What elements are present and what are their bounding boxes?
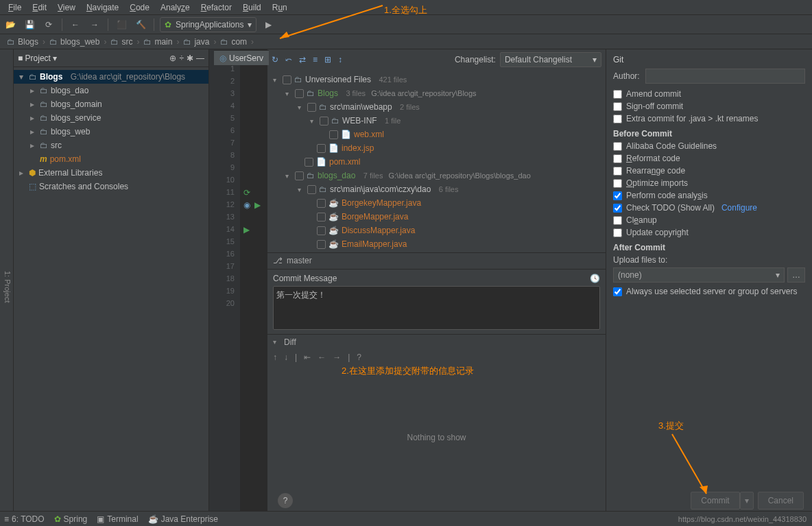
cancel-button[interactable]: Cancel	[758, 492, 804, 510]
tab-javaee[interactable]: ☕ Java Enterprise	[148, 514, 218, 524]
analysis-checkbox[interactable]: Perform code analysis	[613, 191, 805, 200]
menu-build[interactable]: Build	[237, 3, 267, 12]
menu-code[interactable]: Code	[124, 3, 155, 12]
ft-dao0[interactable]: ☕BorgekeyMapper.java	[267, 196, 606, 210]
crumb-main[interactable]: 🗀main	[141, 37, 175, 47]
menu-edit[interactable]: Edit	[27, 3, 52, 12]
collapse-icon[interactable]: ÷	[179, 53, 184, 63]
menu-analyze[interactable]: Analyze	[155, 3, 195, 12]
rearrange-checkbox[interactable]: Rearrange code	[613, 166, 805, 176]
run-config-select[interactable]: ✿ SpringApplications ▾	[160, 17, 256, 32]
cleanup-checkbox[interactable]: Cleanup	[613, 215, 805, 225]
signoff-checkbox[interactable]: Sign-off commit	[613, 101, 805, 111]
ft-dao-pkg[interactable]: ▾🗀src\main\java\com\czxy\dao 6 files	[267, 182, 606, 196]
ft-pom1[interactable]: 📄pom.xml	[267, 155, 606, 169]
ft-dao1[interactable]: ☕BorgeMapper.java	[267, 210, 606, 224]
refresh-icon[interactable]: ⟳	[41, 17, 56, 32]
tab-todo[interactable]: ≡ 6: TODO	[4, 514, 45, 524]
crumb-java[interactable]: 🗀java	[180, 37, 212, 47]
tab-structure[interactable]: Z: Structure	[0, 262, 2, 312]
hammer-icon[interactable]: 🔨	[133, 17, 148, 32]
amend-checkbox[interactable]: Amend commit	[613, 89, 805, 99]
menu-refactor[interactable]: Refactor	[195, 3, 237, 12]
gear-icon[interactable]: ✱	[187, 53, 193, 63]
commit-message-input[interactable]: 第一次提交！	[273, 286, 600, 330]
todo-checkbox[interactable]: Check TODO (Show All)Configure	[613, 203, 805, 213]
author-input[interactable]	[645, 69, 805, 84]
back-icon[interactable]: ←	[318, 352, 326, 362]
tree-pom[interactable]: mpom.xml	[14, 152, 208, 166]
hide-icon[interactable]: —	[196, 53, 204, 63]
diff-label[interactable]: Diff	[284, 337, 296, 347]
crumb-blogs-web[interactable]: 🗀blogs_web	[47, 37, 102, 47]
crumb-com[interactable]: 🗀com	[217, 37, 250, 47]
ft-blogs[interactable]: ▾🗀Blogs 3 filesG:\idea arc\git_repositor…	[267, 86, 606, 100]
tab-spring[interactable]: ✿ Spring	[54, 514, 88, 524]
run-gutter-icon-3[interactable]: ▶	[243, 225, 250, 235]
tree-scratches[interactable]: ⬚Scratches and Consoles	[14, 180, 208, 193]
changelist-label: Changelist:	[455, 55, 496, 64]
copyright-checkbox[interactable]: Update copyright	[613, 228, 805, 237]
down-icon[interactable]: ↓	[284, 352, 288, 362]
save-icon[interactable]: 💾	[22, 17, 37, 32]
build-icon[interactable]: ⬛	[114, 17, 129, 32]
ft-webxml[interactable]: 📄web.xml	[267, 128, 606, 141]
history-icon[interactable]: 🕓	[590, 274, 600, 283]
tab-project-vertical[interactable]: 1: Project	[2, 265, 13, 308]
expand-icon[interactable]: ↕	[338, 55, 342, 64]
ft-webapp[interactable]: ▾🗀src\main\webapp 2 files	[267, 100, 606, 114]
up-icon[interactable]: ↑	[273, 352, 277, 362]
ft-unversioned[interactable]: ▾🗀Unversioned Files 421 files	[267, 73, 606, 86]
run-icon[interactable]: ▶	[261, 17, 276, 32]
optimize-checkbox[interactable]: Optimize imports	[613, 178, 805, 188]
menu-file[interactable]: FFileile	[3, 3, 27, 12]
diff-icon[interactable]: ⇄	[299, 55, 306, 64]
tab-terminal[interactable]: ▣ Terminal	[97, 514, 138, 524]
changelist-icon[interactable]: ≡	[313, 55, 318, 64]
fwd-icon[interactable]: →	[333, 352, 341, 362]
group-icon[interactable]: ⊞	[324, 55, 331, 64]
tree-blogs-domain[interactable]: ▸🗀blogs_domain	[14, 97, 208, 111]
left-tool-tabs: 1: Project Z: Structure 2: Favorites Web	[0, 49, 14, 511]
help-icon[interactable]: ?	[357, 352, 361, 362]
tree-external[interactable]: ▸⬢External Libraries	[14, 166, 208, 180]
ft-indexjsp[interactable]: 📄index.jsp	[267, 141, 606, 155]
extra-checkbox[interactable]: Extra commit for .java > .kt renames	[613, 114, 805, 123]
upload-more-button[interactable]: …	[787, 267, 805, 283]
menu-run[interactable]: Run	[267, 3, 293, 12]
menu-view[interactable]: View	[52, 3, 81, 12]
tree-blogs-service[interactable]: ▸🗀blogs_service	[14, 111, 208, 125]
crumb-src[interactable]: 🗀src	[108, 37, 135, 47]
changelist-select[interactable]: Default Changelist▾	[500, 52, 601, 67]
ft-blogs-dao[interactable]: ▾🗀blogs_dao 7 filesG:\idea arc\git_repos…	[267, 169, 606, 182]
run-gutter-icon[interactable]: ⟳	[243, 188, 250, 198]
menu-navigate[interactable]: Navigate	[81, 3, 124, 12]
target-icon[interactable]: ⊕	[169, 53, 176, 63]
tree-blogs-dao[interactable]: ▸🗀blogs_dao	[14, 84, 208, 97]
always-checkbox[interactable]: Always use selected server or group of s…	[613, 287, 805, 296]
run-gutter-icon-2[interactable]: ▶	[254, 200, 261, 210]
tree-root[interactable]: ▾🗀Blogs G:\idea arc\git_repository\Blogs	[14, 70, 208, 84]
tree-src[interactable]: ▸🗀src	[14, 139, 208, 152]
ft-dao3[interactable]: ☕EmailMapper.java	[267, 237, 606, 251]
prev-icon[interactable]: ⇤	[304, 352, 311, 362]
configure-link[interactable]: Configure	[721, 203, 757, 213]
commit-button[interactable]: Commit	[691, 492, 739, 510]
editor-tab[interactable]: ◎UserServ	[214, 50, 269, 65]
alibaba-checkbox[interactable]: Alibaba Code Guidelines	[613, 141, 805, 151]
bean-gutter-icon[interactable]: ◉	[243, 200, 250, 210]
upload-select[interactable]: (none)▾	[613, 267, 785, 283]
ft-webinf[interactable]: ▾🗀WEB-INF 1 file	[267, 114, 606, 128]
ft-dao2[interactable]: ☕DiscussMapper.java	[267, 224, 606, 237]
revert-icon[interactable]: ⤺	[285, 55, 292, 64]
forward-icon[interactable]: →	[87, 17, 102, 32]
crumb-blogs[interactable]: 🗀Blogs	[4, 37, 41, 47]
reformat-checkbox[interactable]: Reformat code	[613, 154, 805, 163]
back-icon[interactable]: ←	[68, 17, 83, 32]
tree-blogs-web[interactable]: ▸🗀blogs_web	[14, 125, 208, 139]
author-label: Author:	[613, 71, 640, 81]
help-button[interactable]: ?	[278, 493, 293, 508]
open-icon[interactable]: 📂	[3, 17, 18, 32]
refresh-icon[interactable]: ↻	[272, 55, 278, 64]
commit-dropdown[interactable]: ▾	[740, 492, 754, 510]
